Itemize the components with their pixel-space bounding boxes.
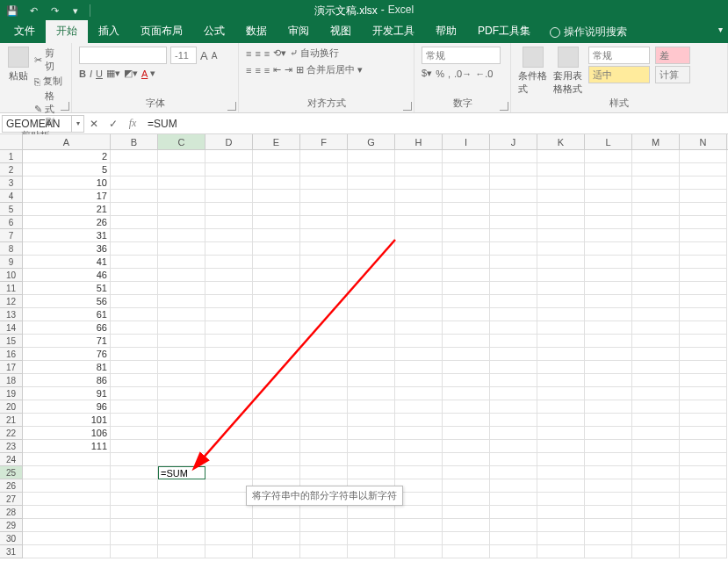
cell-B6[interactable] [111, 216, 158, 229]
cell-D30[interactable] [205, 532, 253, 545]
tab-home[interactable]: 开始 [46, 20, 88, 43]
cell-L15[interactable] [585, 335, 632, 348]
cell-I2[interactable] [443, 163, 490, 176]
cell-L17[interactable] [585, 361, 632, 374]
cell-J30[interactable] [490, 532, 537, 545]
cell-N1[interactable] [680, 150, 727, 163]
cell-B17[interactable] [111, 361, 158, 374]
cell-E5[interactable] [253, 203, 300, 216]
cell-M2[interactable] [632, 163, 680, 176]
cell-J26[interactable] [490, 479, 537, 493]
column-header-A[interactable]: A [23, 134, 111, 149]
cell-B28[interactable] [111, 506, 158, 519]
cell-B7[interactable] [111, 229, 158, 242]
comma-format-button[interactable]: , [448, 68, 450, 79]
cell-C9[interactable] [158, 256, 205, 269]
cell-G18[interactable] [348, 374, 395, 387]
cell-L10[interactable] [585, 269, 632, 282]
cell-H16[interactable] [395, 348, 443, 361]
cell-E29[interactable] [253, 519, 300, 532]
cell-C4[interactable] [158, 190, 205, 203]
decrease-indent-button[interactable]: ⇤ [273, 64, 281, 76]
cell-M31[interactable] [632, 545, 680, 558]
cell-M14[interactable] [632, 321, 680, 335]
percent-format-button[interactable]: % [436, 68, 444, 79]
cell-H11[interactable] [395, 282, 443, 295]
cell-N12[interactable] [680, 295, 727, 308]
tab-view[interactable]: 视图 [320, 20, 362, 43]
cell-B5[interactable] [111, 203, 158, 216]
cell-F18[interactable] [300, 374, 348, 387]
row-header-6[interactable]: 6 [0, 216, 23, 229]
cell-H18[interactable] [395, 374, 443, 387]
cell-F8[interactable] [300, 242, 348, 256]
cell-D6[interactable] [205, 216, 253, 229]
font-color-button[interactable]: A▾ [141, 68, 155, 79]
cell-A13[interactable]: 61 [23, 308, 111, 321]
increase-font-button[interactable]: A [200, 49, 208, 62]
cell-B8[interactable] [111, 242, 158, 256]
cell-I27[interactable] [443, 493, 490, 506]
cell-I9[interactable] [443, 256, 490, 269]
cell-K28[interactable] [537, 506, 585, 519]
row-header-14[interactable]: 14 [0, 321, 23, 335]
cell-D9[interactable] [205, 256, 253, 269]
cell-I20[interactable] [443, 400, 490, 414]
cell-I14[interactable] [443, 321, 490, 335]
cell-M29[interactable] [632, 519, 680, 532]
cell-F5[interactable] [300, 203, 348, 216]
cell-J10[interactable] [490, 269, 537, 282]
cell-C21[interactable] [158, 414, 205, 427]
row-header-11[interactable]: 11 [0, 282, 23, 295]
cell-D15[interactable] [205, 335, 253, 348]
cell-N17[interactable] [680, 361, 727, 374]
cell-K1[interactable] [537, 150, 585, 163]
cell-L11[interactable] [585, 282, 632, 295]
cell-N13[interactable] [680, 308, 727, 321]
align-bottom-button[interactable]: ≡ [264, 48, 270, 59]
cell-C1[interactable] [158, 150, 205, 163]
font-dialog-launcher[interactable] [227, 102, 236, 111]
cell-H7[interactable] [395, 229, 443, 242]
cell-N15[interactable] [680, 335, 727, 348]
cell-C14[interactable] [158, 321, 205, 335]
cell-A25[interactable] [23, 466, 111, 479]
cell-B3[interactable] [111, 176, 158, 190]
cell-K6[interactable] [537, 216, 585, 229]
cell-G23[interactable] [348, 440, 395, 453]
cell-style-bad[interactable]: 差 [655, 47, 690, 64]
cell-F9[interactable] [300, 256, 348, 269]
cell-E13[interactable] [253, 308, 300, 321]
cell-M20[interactable] [632, 400, 680, 414]
cell-I15[interactable] [443, 335, 490, 348]
cell-I30[interactable] [443, 532, 490, 545]
name-box-dropdown[interactable]: ▾ [72, 115, 84, 133]
cell-F28[interactable] [300, 506, 348, 519]
column-header-F[interactable]: F [300, 134, 348, 149]
cell-L5[interactable] [585, 203, 632, 216]
cell-C3[interactable] [158, 176, 205, 190]
cell-I21[interactable] [443, 414, 490, 427]
cell-G9[interactable] [348, 256, 395, 269]
copy-button[interactable]: ⎘复制 [34, 75, 64, 88]
cell-K25[interactable] [537, 466, 585, 479]
tab-formulas[interactable]: 公式 [193, 20, 235, 43]
cell-K15[interactable] [537, 335, 585, 348]
cell-E8[interactable] [253, 242, 300, 256]
cell-B24[interactable] [111, 453, 158, 466]
cell-H19[interactable] [395, 387, 443, 400]
cell-D22[interactable] [205, 427, 253, 440]
cell-G2[interactable] [348, 163, 395, 176]
cell-B20[interactable] [111, 400, 158, 414]
cell-F24[interactable] [300, 453, 348, 466]
align-right-button[interactable]: ≡ [264, 65, 270, 76]
cell-G28[interactable] [348, 506, 395, 519]
cell-F1[interactable] [300, 150, 348, 163]
active-cell-input[interactable] [159, 468, 202, 479]
row-header-24[interactable]: 24 [0, 453, 23, 466]
cell-E6[interactable] [253, 216, 300, 229]
cell-M27[interactable] [632, 493, 680, 506]
number-dialog-launcher[interactable] [500, 102, 508, 111]
row-header-28[interactable]: 28 [0, 506, 23, 519]
cell-I25[interactable] [443, 466, 490, 479]
